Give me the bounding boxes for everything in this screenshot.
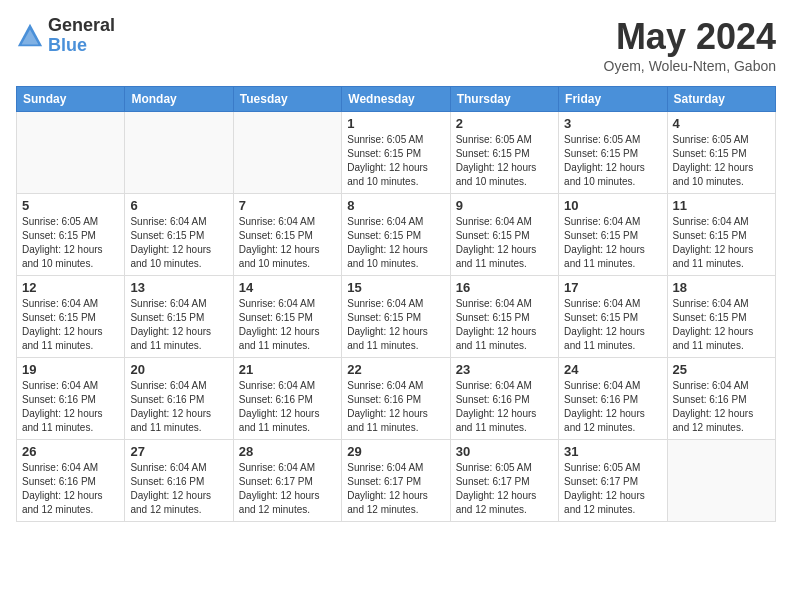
day-info: Sunrise: 6:04 AM Sunset: 6:15 PM Dayligh… bbox=[347, 297, 444, 353]
day-info: Sunrise: 6:04 AM Sunset: 6:16 PM Dayligh… bbox=[673, 379, 770, 435]
day-number: 7 bbox=[239, 198, 336, 213]
day-header-wednesday: Wednesday bbox=[342, 87, 450, 112]
day-number: 1 bbox=[347, 116, 444, 131]
logo: General Blue bbox=[16, 16, 115, 56]
day-info: Sunrise: 6:04 AM Sunset: 6:16 PM Dayligh… bbox=[347, 379, 444, 435]
calendar-cell: 5Sunrise: 6:05 AM Sunset: 6:15 PM Daylig… bbox=[17, 194, 125, 276]
day-info: Sunrise: 6:04 AM Sunset: 6:15 PM Dayligh… bbox=[130, 297, 227, 353]
calendar-cell: 20Sunrise: 6:04 AM Sunset: 6:16 PM Dayli… bbox=[125, 358, 233, 440]
calendar-week-row: 12Sunrise: 6:04 AM Sunset: 6:15 PM Dayli… bbox=[17, 276, 776, 358]
calendar-cell bbox=[233, 112, 341, 194]
calendar-cell: 8Sunrise: 6:04 AM Sunset: 6:15 PM Daylig… bbox=[342, 194, 450, 276]
month-title: May 2024 bbox=[604, 16, 776, 58]
calendar-cell: 30Sunrise: 6:05 AM Sunset: 6:17 PM Dayli… bbox=[450, 440, 558, 522]
calendar-week-row: 5Sunrise: 6:05 AM Sunset: 6:15 PM Daylig… bbox=[17, 194, 776, 276]
page-header: General Blue May 2024 Oyem, Woleu-Ntem, … bbox=[16, 16, 776, 74]
day-info: Sunrise: 6:04 AM Sunset: 6:17 PM Dayligh… bbox=[239, 461, 336, 517]
day-header-monday: Monday bbox=[125, 87, 233, 112]
day-info: Sunrise: 6:05 AM Sunset: 6:17 PM Dayligh… bbox=[564, 461, 661, 517]
logo-icon bbox=[16, 22, 44, 50]
calendar-cell bbox=[125, 112, 233, 194]
day-number: 20 bbox=[130, 362, 227, 377]
calendar-cell: 3Sunrise: 6:05 AM Sunset: 6:15 PM Daylig… bbox=[559, 112, 667, 194]
day-info: Sunrise: 6:04 AM Sunset: 6:16 PM Dayligh… bbox=[239, 379, 336, 435]
day-info: Sunrise: 6:04 AM Sunset: 6:16 PM Dayligh… bbox=[564, 379, 661, 435]
day-number: 13 bbox=[130, 280, 227, 295]
day-number: 14 bbox=[239, 280, 336, 295]
day-info: Sunrise: 6:05 AM Sunset: 6:15 PM Dayligh… bbox=[22, 215, 119, 271]
day-number: 15 bbox=[347, 280, 444, 295]
day-number: 3 bbox=[564, 116, 661, 131]
day-info: Sunrise: 6:04 AM Sunset: 6:15 PM Dayligh… bbox=[239, 215, 336, 271]
calendar-table: SundayMondayTuesdayWednesdayThursdayFrid… bbox=[16, 86, 776, 522]
calendar-cell: 16Sunrise: 6:04 AM Sunset: 6:15 PM Dayli… bbox=[450, 276, 558, 358]
calendar-cell: 31Sunrise: 6:05 AM Sunset: 6:17 PM Dayli… bbox=[559, 440, 667, 522]
day-info: Sunrise: 6:04 AM Sunset: 6:16 PM Dayligh… bbox=[130, 461, 227, 517]
day-number: 12 bbox=[22, 280, 119, 295]
day-number: 30 bbox=[456, 444, 553, 459]
day-number: 22 bbox=[347, 362, 444, 377]
day-number: 18 bbox=[673, 280, 770, 295]
title-block: May 2024 Oyem, Woleu-Ntem, Gabon bbox=[604, 16, 776, 74]
calendar-cell: 27Sunrise: 6:04 AM Sunset: 6:16 PM Dayli… bbox=[125, 440, 233, 522]
day-info: Sunrise: 6:05 AM Sunset: 6:15 PM Dayligh… bbox=[347, 133, 444, 189]
calendar-cell: 19Sunrise: 6:04 AM Sunset: 6:16 PM Dayli… bbox=[17, 358, 125, 440]
calendar-week-row: 1Sunrise: 6:05 AM Sunset: 6:15 PM Daylig… bbox=[17, 112, 776, 194]
calendar-cell: 22Sunrise: 6:04 AM Sunset: 6:16 PM Dayli… bbox=[342, 358, 450, 440]
calendar-cell: 10Sunrise: 6:04 AM Sunset: 6:15 PM Dayli… bbox=[559, 194, 667, 276]
day-number: 2 bbox=[456, 116, 553, 131]
day-number: 6 bbox=[130, 198, 227, 213]
calendar-cell: 25Sunrise: 6:04 AM Sunset: 6:16 PM Dayli… bbox=[667, 358, 775, 440]
day-info: Sunrise: 6:04 AM Sunset: 6:15 PM Dayligh… bbox=[564, 297, 661, 353]
day-number: 25 bbox=[673, 362, 770, 377]
day-info: Sunrise: 6:04 AM Sunset: 6:15 PM Dayligh… bbox=[564, 215, 661, 271]
day-info: Sunrise: 6:04 AM Sunset: 6:15 PM Dayligh… bbox=[456, 215, 553, 271]
calendar-week-row: 26Sunrise: 6:04 AM Sunset: 6:16 PM Dayli… bbox=[17, 440, 776, 522]
day-number: 4 bbox=[673, 116, 770, 131]
day-number: 31 bbox=[564, 444, 661, 459]
day-header-saturday: Saturday bbox=[667, 87, 775, 112]
calendar-cell bbox=[17, 112, 125, 194]
calendar-cell: 23Sunrise: 6:04 AM Sunset: 6:16 PM Dayli… bbox=[450, 358, 558, 440]
calendar-week-row: 19Sunrise: 6:04 AM Sunset: 6:16 PM Dayli… bbox=[17, 358, 776, 440]
day-number: 10 bbox=[564, 198, 661, 213]
calendar-cell: 6Sunrise: 6:04 AM Sunset: 6:15 PM Daylig… bbox=[125, 194, 233, 276]
day-info: Sunrise: 6:04 AM Sunset: 6:16 PM Dayligh… bbox=[456, 379, 553, 435]
calendar-cell: 26Sunrise: 6:04 AM Sunset: 6:16 PM Dayli… bbox=[17, 440, 125, 522]
day-info: Sunrise: 6:04 AM Sunset: 6:16 PM Dayligh… bbox=[22, 461, 119, 517]
calendar-cell: 28Sunrise: 6:04 AM Sunset: 6:17 PM Dayli… bbox=[233, 440, 341, 522]
calendar-cell: 14Sunrise: 6:04 AM Sunset: 6:15 PM Dayli… bbox=[233, 276, 341, 358]
day-number: 5 bbox=[22, 198, 119, 213]
day-info: Sunrise: 6:04 AM Sunset: 6:15 PM Dayligh… bbox=[456, 297, 553, 353]
day-number: 9 bbox=[456, 198, 553, 213]
day-info: Sunrise: 6:04 AM Sunset: 6:15 PM Dayligh… bbox=[673, 215, 770, 271]
calendar-cell: 21Sunrise: 6:04 AM Sunset: 6:16 PM Dayli… bbox=[233, 358, 341, 440]
calendar-cell: 13Sunrise: 6:04 AM Sunset: 6:15 PM Dayli… bbox=[125, 276, 233, 358]
day-number: 23 bbox=[456, 362, 553, 377]
day-number: 26 bbox=[22, 444, 119, 459]
day-header-friday: Friday bbox=[559, 87, 667, 112]
calendar-header-row: SundayMondayTuesdayWednesdayThursdayFrid… bbox=[17, 87, 776, 112]
day-header-thursday: Thursday bbox=[450, 87, 558, 112]
day-info: Sunrise: 6:04 AM Sunset: 6:16 PM Dayligh… bbox=[22, 379, 119, 435]
day-number: 27 bbox=[130, 444, 227, 459]
calendar-cell: 7Sunrise: 6:04 AM Sunset: 6:15 PM Daylig… bbox=[233, 194, 341, 276]
calendar-cell: 2Sunrise: 6:05 AM Sunset: 6:15 PM Daylig… bbox=[450, 112, 558, 194]
calendar-cell: 17Sunrise: 6:04 AM Sunset: 6:15 PM Dayli… bbox=[559, 276, 667, 358]
day-info: Sunrise: 6:04 AM Sunset: 6:15 PM Dayligh… bbox=[239, 297, 336, 353]
day-info: Sunrise: 6:04 AM Sunset: 6:15 PM Dayligh… bbox=[130, 215, 227, 271]
day-number: 29 bbox=[347, 444, 444, 459]
day-number: 28 bbox=[239, 444, 336, 459]
calendar-cell: 9Sunrise: 6:04 AM Sunset: 6:15 PM Daylig… bbox=[450, 194, 558, 276]
day-info: Sunrise: 6:04 AM Sunset: 6:17 PM Dayligh… bbox=[347, 461, 444, 517]
calendar-cell: 1Sunrise: 6:05 AM Sunset: 6:15 PM Daylig… bbox=[342, 112, 450, 194]
day-info: Sunrise: 6:04 AM Sunset: 6:16 PM Dayligh… bbox=[130, 379, 227, 435]
calendar-cell bbox=[667, 440, 775, 522]
calendar-cell: 12Sunrise: 6:04 AM Sunset: 6:15 PM Dayli… bbox=[17, 276, 125, 358]
day-info: Sunrise: 6:05 AM Sunset: 6:17 PM Dayligh… bbox=[456, 461, 553, 517]
location-subtitle: Oyem, Woleu-Ntem, Gabon bbox=[604, 58, 776, 74]
day-number: 21 bbox=[239, 362, 336, 377]
day-number: 17 bbox=[564, 280, 661, 295]
calendar-cell: 11Sunrise: 6:04 AM Sunset: 6:15 PM Dayli… bbox=[667, 194, 775, 276]
day-number: 11 bbox=[673, 198, 770, 213]
